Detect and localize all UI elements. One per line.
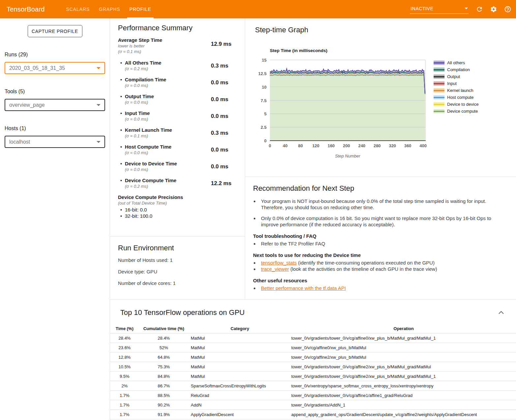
tool-link-desc: (identify the time-consuming operations … (297, 260, 435, 266)
runs-select-value: 2020_03_05_18_31_35 (9, 65, 65, 71)
bullet-dot: • (118, 93, 125, 105)
metric-row: • Device to Device Time (σ = 0.0 ms) 0.0… (118, 160, 237, 172)
nav-tabs: SCALARS GRAPHS PROFILE (64, 0, 158, 18)
cell-category: MatMul (188, 336, 291, 341)
cell-cumulative-pct: 91.9% (139, 412, 188, 417)
nav-tab-label: GRAPHS (99, 7, 120, 12)
step-time-chart: Step Time (in milliseconds)02.557.51012.… (255, 46, 516, 160)
metric-value: 12.9 ms (211, 41, 231, 54)
cell-operation: tower_0/v/gradients/tower_0/v/cg/affine0… (291, 336, 516, 341)
hosts-select[interactable]: localhost (5, 136, 105, 148)
cell-category: MatMul (188, 355, 291, 360)
legend-swatch (434, 81, 444, 86)
metric-sigma: (σ = 0.2 ms) (125, 66, 161, 71)
run-environment-line: Number of device cores: 1 (118, 280, 237, 286)
legend-swatch (434, 74, 444, 79)
metric-sigma: (σ = 0.0 ms) (125, 83, 166, 88)
cell-operation: tower_0/v/xentropy/sparse_softmax_cross_… (291, 383, 516, 388)
hosts-label: Hosts (1) (5, 126, 105, 131)
svg-text:10: 10 (262, 85, 267, 90)
reload-status-select[interactable]: INACTIVE (410, 5, 469, 14)
metric-value: 0.3 ms (211, 63, 228, 69)
precision-item: •32-bit: 100.0 (118, 213, 237, 219)
cell-time-pct: 28.4% (110, 336, 139, 341)
tools-select[interactable]: overview_page (5, 99, 105, 111)
metric-sigma: (σ = 0.2 ms) (125, 183, 176, 189)
faq-list: Refer to the TF2 Profiler FAQ (259, 240, 516, 247)
nav-tab[interactable]: GRAPHS (97, 0, 123, 18)
metric-value: 0.0 ms (211, 113, 228, 120)
svg-text:Step Time (in milliseconds): Step Time (in milliseconds) (270, 48, 328, 53)
legend-swatch (434, 68, 444, 72)
bullet-dot: • (118, 144, 125, 155)
help-icon[interactable] (504, 6, 511, 13)
next-tool-item: tensorflow_stats (identify the time-cons… (259, 260, 516, 266)
cell-operation: tower_0/v/gradients/AddN_1 (291, 403, 516, 407)
bullet-dot: • (118, 110, 125, 122)
runs-label: Runs (29) (5, 52, 105, 58)
runs-select[interactable]: 2020_03_05_18_31_35 (5, 62, 105, 74)
top-ops-section: Top 10 TensorFlow operations on GPU Time… (110, 300, 516, 420)
resource-link[interactable]: Better performance with the tf.data API (261, 285, 346, 291)
table-row: 12.8% 64.8% MatMul tower_0/v/cg/affine2/… (110, 352, 516, 362)
caret-down-icon (97, 67, 100, 69)
metric-sigma: (σ = 0.0 ms) (125, 150, 171, 155)
metric-sigma: (σ = 0.0 ms) (125, 116, 150, 122)
bullet-dot: • (118, 76, 125, 88)
legend-swatch (434, 102, 444, 106)
sidebar: CAPTURE PROFILE Runs (29) 2020_03_05_18_… (0, 18, 110, 420)
legend-item: Input (434, 80, 478, 87)
metric-row: • All Others Time (σ = 0.2 ms) 0.3 ms (118, 60, 237, 71)
recommendation-title: Recommendation for Next Step (253, 184, 516, 193)
cell-time-pct: 2% (110, 383, 139, 388)
svg-text:0: 0 (269, 143, 271, 148)
run-environment-line: Device type: GPU (118, 268, 237, 275)
capture-profile-button[interactable]: CAPTURE PROFILE (28, 25, 82, 37)
precisions-list: •16-bit: 0.0 •32-bit: 100.0 (118, 207, 237, 219)
legend-item: Output (434, 73, 478, 80)
metric-row: • Output Time (σ = 0.0 ms) 0.0 ms (118, 93, 237, 105)
cell-category: MatMul (188, 374, 291, 379)
recommendation-bullet: Only 0.0% of device computation is 16 bi… (259, 215, 504, 228)
metric-row: • Compilation Time (σ = 0.0 ms) 0.0 ms (118, 76, 237, 88)
recommendation-section: Recommendation for Next Step Your progra… (245, 177, 516, 291)
metric-row: • Input Time (σ = 0.0 ms) 0.0 ms (118, 110, 237, 122)
nav-tab-label: PROFILE (129, 7, 151, 12)
nav-tab[interactable]: SCALARS (64, 0, 92, 18)
legend-item: All others (434, 59, 478, 66)
performance-summary-title: Performance Summary (118, 24, 237, 32)
run-environment-section: Run Environment Number of Hosts used: 1 … (110, 237, 245, 286)
legend-label: Compilation (447, 67, 470, 72)
gear-icon[interactable] (490, 6, 497, 13)
cell-cumulative-pct: 75.3% (139, 364, 188, 369)
tool-link[interactable]: tensorflow_stats (261, 260, 297, 266)
metric-label: Input Time (125, 110, 150, 116)
metric-value: 0.0 ms (211, 147, 228, 153)
cell-cumulative-pct: 52% (139, 345, 188, 350)
cell-operation: tower_0/v/cg/affine0/xw_plus_b/MatMul (291, 345, 516, 350)
nav-tab[interactable]: PROFILE (127, 0, 154, 18)
table-row: 1.7% 88.5% ReluGrad tower_0/v/gradients/… (110, 391, 516, 400)
recommendation-bullet: Your program is NOT input-bound because … (259, 198, 504, 210)
top-navbar: TensorBoard SCALARS GRAPHS PROFILE INACT… (0, 0, 516, 18)
tool-link[interactable]: trace_viewer (261, 266, 289, 272)
precision-text: 32-bit: 100.0 (125, 213, 152, 219)
faq-heading: Tool troubleshooting / FAQ (253, 233, 516, 239)
cell-category: MatMul (188, 345, 291, 350)
table-row: 1.7% 90.2% AddN tower_0/v/gradients/AddN… (110, 400, 516, 410)
performance-summary-section: Performance Summary Average Step Time lo… (110, 18, 245, 237)
column-header: Cumulative time (%) (139, 326, 188, 331)
svg-text:12.5: 12.5 (258, 71, 267, 76)
chevron-up-icon (499, 311, 504, 314)
tool-link-desc: (look at the activities on the timeline … (289, 266, 437, 272)
legend-item: Device to device (434, 101, 478, 108)
caret-down-icon (97, 104, 100, 106)
metric-value: 0.0 ms (211, 96, 228, 103)
top-ops-table: Time (%) Cumulative time (%) Category Op… (110, 324, 516, 419)
svg-text:40: 40 (283, 143, 287, 148)
run-environment-line: Number of Hosts used: 1 (118, 257, 237, 263)
run-environment-title: Run Environment (118, 244, 237, 252)
collapse-section-button[interactable] (499, 310, 504, 315)
refresh-icon[interactable] (476, 6, 483, 13)
metric-value: 0.0 ms (211, 163, 228, 170)
